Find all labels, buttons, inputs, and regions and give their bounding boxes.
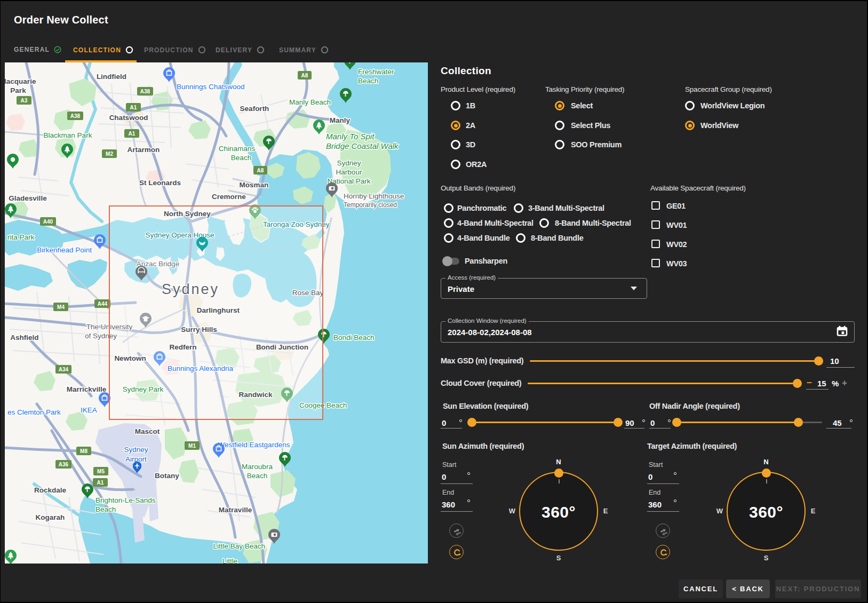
svg-text:M5: M5 (97, 469, 105, 474)
svg-text:Redfern: Redfern (169, 343, 196, 351)
svg-text:Gladesville: Gladesville (9, 194, 47, 202)
svg-text:Birkenhead Point: Birkenhead Point (37, 246, 92, 254)
svg-text:Little Bay Beach: Little Bay Beach (213, 542, 265, 550)
svg-text:Darlinghurst: Darlinghurst (197, 306, 240, 314)
svg-text:Bondi Junction: Bondi Junction (256, 343, 308, 351)
svg-text:Chatswood: Chatswood (109, 114, 148, 122)
svg-text:Seaforth: Seaforth (240, 105, 269, 113)
svg-text:Blackman Park: Blackman Park (44, 131, 92, 139)
svg-text:A8: A8 (301, 73, 308, 78)
svg-text:Park: Park (10, 86, 26, 94)
svg-text:M4: M4 (57, 304, 65, 310)
svg-text:Manly To Spit: Manly To Spit (326, 132, 375, 141)
svg-text:Newtown: Newtown (114, 354, 146, 362)
svg-text:Mosman: Mosman (240, 181, 269, 189)
svg-text:of Sydney: of Sydney (85, 332, 117, 340)
svg-text:A1: A1 (129, 131, 136, 137)
svg-text:A8: A8 (257, 168, 264, 173)
svg-text:A44: A44 (98, 301, 108, 307)
svg-text:Sydney: Sydney (337, 159, 361, 167)
svg-text:Matraville: Matraville (219, 506, 252, 514)
svg-text:Beach: Beach (358, 77, 378, 85)
svg-text:A34: A34 (59, 367, 69, 372)
svg-text:Beach: Beach (247, 472, 267, 480)
svg-text:Mascot: Mascot (135, 427, 160, 435)
svg-text:M1: M1 (188, 443, 196, 449)
svg-text:Bondi Beach: Bondi Beach (333, 334, 375, 342)
svg-text:Randwick: Randwick (238, 391, 273, 399)
svg-text:Beach: Beach (231, 154, 251, 162)
svg-text:es Clemton Park: es Clemton Park (7, 408, 61, 416)
svg-text:A40: A40 (43, 219, 53, 225)
svg-text:St Leonards: St Leonards (139, 179, 181, 187)
svg-text:Manly Beach: Manly Beach (289, 98, 331, 106)
svg-text:Surry Hills: Surry Hills (181, 326, 217, 334)
svg-text:A1: A1 (130, 105, 137, 110)
svg-text:Botany: Botany (155, 472, 179, 480)
svg-text:Artarmon: Artarmon (128, 146, 160, 154)
svg-text:North Sydney: North Sydney (164, 210, 211, 218)
svg-text:Bunnings Chatswood: Bunnings Chatswood (177, 83, 245, 91)
svg-text:A1: A1 (97, 480, 104, 486)
svg-text:M8: M8 (80, 448, 87, 454)
svg-text:A38: A38 (140, 89, 150, 94)
svg-text:rita Park: rita Park (7, 233, 35, 241)
svg-text:IKEA: IKEA (81, 406, 97, 414)
svg-text:Westfield Eastgardens: Westfield Eastgardens (218, 441, 290, 449)
svg-text:Brighton-Le-Sands: Brighton-Le-Sands (95, 496, 156, 504)
svg-text:Cremorne: Cremorne (212, 193, 246, 201)
svg-text:Little: Little (222, 557, 238, 564)
svg-text:Lindfield: Lindfield (97, 73, 126, 81)
svg-text:Sydney Park: Sydney Park (123, 385, 164, 393)
svg-text:A3: A3 (21, 98, 28, 104)
svg-text:Rose Bay: Rose Bay (292, 289, 324, 297)
svg-text:Freshwater: Freshwater (358, 68, 394, 76)
svg-text:Macquarie: Macquarie (5, 77, 36, 85)
svg-text:M2: M2 (106, 151, 113, 157)
svg-text:Manly: Manly (330, 116, 351, 124)
svg-text:Bunnings Alexandria: Bunnings Alexandria (168, 364, 234, 372)
svg-text:Sydney: Sydney (124, 446, 148, 454)
svg-text:Sydney: Sydney (162, 281, 219, 297)
svg-text:Rockdale: Rockdale (34, 486, 67, 494)
svg-text:Bridge Coastal Walk: Bridge Coastal Walk (326, 141, 399, 150)
svg-text:Maroubra: Maroubra (242, 463, 273, 471)
svg-text:Hornby Lighthouse: Hornby Lighthouse (344, 192, 404, 200)
svg-text:Taronga Zoo Sydney: Taronga Zoo Sydney (263, 220, 330, 228)
svg-text:Beach: Beach (95, 505, 116, 513)
svg-text:Marrickville: Marrickville (67, 385, 107, 393)
svg-text:Chinamans: Chinamans (219, 145, 256, 153)
svg-text:A38: A38 (70, 113, 81, 119)
svg-text:Temporarily closed: Temporarily closed (344, 201, 397, 209)
svg-text:A36: A36 (59, 462, 69, 467)
svg-text:Kogarah: Kogarah (36, 513, 65, 521)
svg-text:Harbour: Harbour (336, 168, 362, 176)
svg-text:Ashfield: Ashfield (10, 334, 38, 342)
